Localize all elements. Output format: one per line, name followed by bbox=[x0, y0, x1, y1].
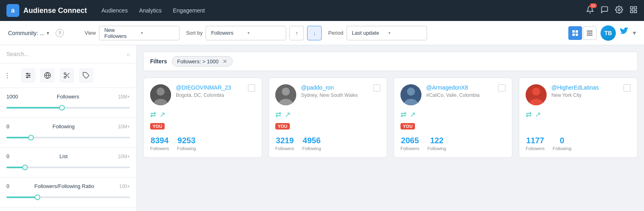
settings-button[interactable] bbox=[615, 6, 623, 16]
main-nav-links: Audiences Analytics Engagement bbox=[101, 7, 205, 14]
notification-badge: 52 bbox=[590, 3, 597, 8]
sort-by-dropdown[interactable]: Followers ▾ bbox=[206, 26, 286, 40]
location-diegovinmar: Bogotá, DC, Colombia bbox=[176, 92, 243, 99]
period-dropdown[interactable]: Last update ▾ bbox=[347, 26, 427, 40]
ratio-filter-section: 0 Followers/Following Ratio 100+ bbox=[0, 178, 136, 207]
remove-filter-button[interactable]: ✕ bbox=[223, 58, 227, 65]
follow-icon-4: ↗ bbox=[535, 110, 541, 119]
following-slider[interactable] bbox=[6, 134, 130, 142]
sort-by-value: Followers bbox=[211, 30, 244, 36]
search-bar: ⌕ bbox=[0, 45, 136, 63]
username-diegovinmar[interactable]: @DIEGOVINMAR_23 bbox=[176, 84, 243, 91]
retweet-icon-3: ⇄ bbox=[400, 110, 407, 119]
username-armageddon[interactable]: @ArmagedonX8 bbox=[426, 84, 493, 91]
scissors-filter-icon[interactable] bbox=[60, 68, 74, 83]
svg-point-16 bbox=[29, 75, 30, 76]
followers-min-label: 1000 bbox=[6, 94, 18, 100]
location-highered: New York City bbox=[551, 92, 619, 99]
card-stats-4: 1177 Followers 0 Following bbox=[526, 136, 631, 151]
search-input[interactable] bbox=[6, 51, 127, 57]
select-highered-checkbox[interactable] bbox=[623, 84, 631, 92]
svg-point-17 bbox=[27, 77, 28, 78]
you-badge-3: YOU bbox=[400, 123, 415, 130]
nav-audiences[interactable]: Audiences bbox=[101, 7, 128, 14]
select-diegovinmar-checkbox[interactable] bbox=[248, 84, 255, 92]
username-highered[interactable]: @HigherEdLatinas bbox=[551, 84, 619, 91]
avatar-highered bbox=[526, 84, 547, 105]
account-chevron-icon[interactable]: ▾ bbox=[633, 29, 636, 37]
following-min-label: 0 bbox=[6, 123, 9, 130]
svg-point-0 bbox=[618, 8, 620, 10]
more-options-icon[interactable]: ⋮ bbox=[0, 67, 14, 84]
top-navigation: a Audiense Connect Audiences Analytics E… bbox=[0, 0, 644, 21]
select-paddo-checkbox[interactable] bbox=[373, 84, 380, 92]
help-icon[interactable]: ? bbox=[56, 29, 64, 37]
filters-title: Filters bbox=[150, 58, 167, 65]
sort-by-caret-icon: ▾ bbox=[248, 31, 281, 35]
following-slider-thumb[interactable] bbox=[28, 135, 34, 140]
notifications-button[interactable]: 52 bbox=[586, 6, 594, 16]
grid-view-button[interactable] bbox=[568, 26, 582, 40]
username-paddo[interactable]: @paddo_ron bbox=[301, 84, 368, 91]
following-count-3: 122 bbox=[427, 136, 446, 145]
location-armageddon: #CaliCo, Valle, Colombia bbox=[426, 92, 493, 99]
followers-slider[interactable] bbox=[6, 104, 130, 112]
globe-filter-icon[interactable] bbox=[40, 68, 55, 83]
user-card-1: @DIEGOVINMAR_23 Bogotá, DC, Colombia ⇄ ↗… bbox=[143, 77, 262, 158]
user-cards-grid: @DIEGOVINMAR_23 Bogotá, DC, Colombia ⇄ ↗… bbox=[143, 77, 638, 158]
card-social-icons-2: ⇄ ↗ bbox=[275, 110, 380, 119]
twitter-icon[interactable] bbox=[620, 27, 629, 38]
view-dropdown[interactable]: New Followers ▾ bbox=[99, 26, 180, 40]
user-card-2: @paddo_ron Sydney, New South Wales ⇄ ↗ Y… bbox=[268, 77, 387, 158]
card-social-icons-3: ⇄ ↗ bbox=[400, 110, 506, 119]
following-label-4: Following bbox=[553, 146, 571, 151]
followers-count-4: 1177 bbox=[526, 136, 545, 145]
svg-point-30 bbox=[282, 88, 290, 96]
sort-asc-button[interactable]: ↑ bbox=[289, 26, 304, 40]
nav-engagement[interactable]: Engagement bbox=[173, 7, 204, 14]
list-view-button[interactable] bbox=[583, 26, 597, 40]
sort-desc-button[interactable]: ↓ bbox=[307, 26, 322, 40]
svg-rect-9 bbox=[587, 31, 592, 31]
twitter-account-avatar[interactable]: TB bbox=[601, 25, 616, 41]
active-filter-tag: Followers: > 1000 ✕ bbox=[172, 56, 233, 67]
retweet-icon-4: ⇄ bbox=[526, 110, 532, 119]
ratio-slider-thumb[interactable] bbox=[35, 194, 40, 200]
list-slider[interactable] bbox=[6, 163, 130, 171]
following-label-1: Following bbox=[177, 146, 196, 151]
main-content: ⌕ ⋮ bbox=[0, 45, 644, 211]
logo-icon: a bbox=[6, 4, 19, 17]
community-selector[interactable]: Community: ... ▾ bbox=[8, 30, 49, 36]
tag-filter-icon[interactable] bbox=[79, 68, 93, 83]
user-card-4: @HigherEdLatinas New York City ⇄ ↗ 1177 … bbox=[519, 77, 638, 158]
followers-stat-4: 1177 Followers bbox=[526, 136, 545, 151]
select-armageddon-checkbox[interactable] bbox=[498, 84, 506, 92]
layout-button[interactable] bbox=[630, 6, 638, 16]
followers-count-3: 2065 bbox=[400, 136, 419, 145]
list-max-label: 10M+ bbox=[118, 154, 130, 159]
period-caret-icon: ▾ bbox=[388, 31, 422, 35]
svg-rect-11 bbox=[587, 35, 592, 36]
following-label-3: Following bbox=[427, 146, 446, 151]
list-filter-label: List bbox=[60, 153, 68, 159]
topnav-actions: 52 bbox=[586, 6, 638, 16]
user-info-highered: @HigherEdLatinas New York City bbox=[551, 84, 619, 99]
svg-rect-2 bbox=[634, 6, 637, 9]
followers-slider-fill bbox=[6, 107, 62, 109]
toolbar-right: TB ▾ bbox=[568, 25, 636, 41]
followers-stat-3: 2065 Followers bbox=[400, 136, 419, 151]
app-name: Audiense Connect bbox=[23, 6, 87, 15]
sliders-filter-icon[interactable] bbox=[21, 68, 35, 83]
svg-rect-1 bbox=[631, 6, 633, 9]
svg-rect-6 bbox=[576, 30, 578, 33]
following-filter-label: Following bbox=[52, 123, 74, 130]
messages-button[interactable] bbox=[601, 6, 609, 16]
search-icon[interactable]: ⌕ bbox=[127, 51, 130, 57]
nav-analytics[interactable]: Analytics bbox=[139, 7, 161, 14]
you-badge-1: YOU bbox=[150, 123, 165, 130]
svg-rect-4 bbox=[634, 10, 637, 13]
list-slider-thumb[interactable] bbox=[22, 165, 28, 170]
followers-slider-thumb[interactable] bbox=[59, 105, 65, 111]
ratio-slider[interactable] bbox=[6, 193, 130, 201]
card-header-3: @ArmagedonX8 #CaliCo, Valle, Colombia bbox=[400, 84, 506, 105]
